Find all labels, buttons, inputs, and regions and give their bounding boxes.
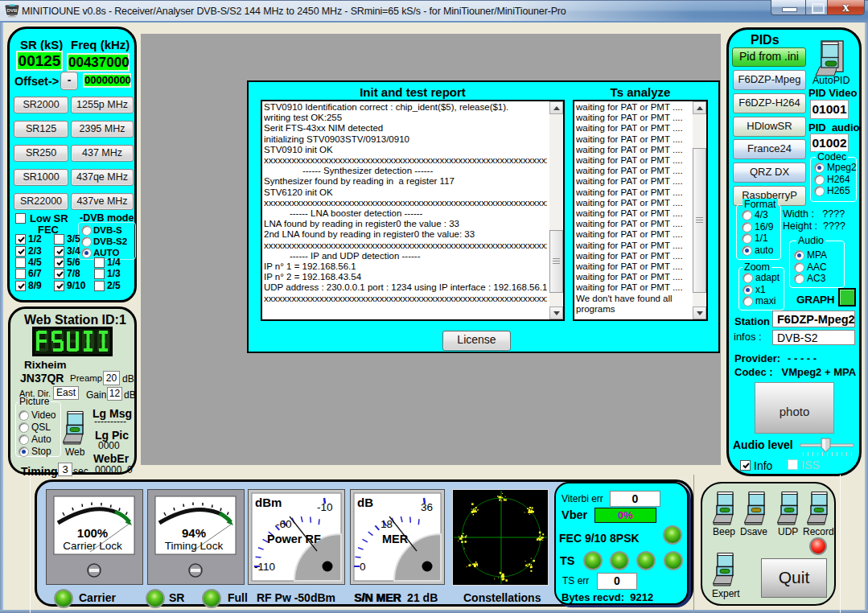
svg-text:36: 36: [421, 501, 433, 513]
svg-text:-10: -10: [317, 501, 333, 513]
svg-text:-60: -60: [276, 518, 292, 530]
svg-text:MER: MER: [382, 533, 409, 545]
svg-text:dBm: dBm: [255, 496, 282, 509]
svg-text:Carrier Lock: Carrier Lock: [63, 540, 122, 552]
svg-text:Timing Lock: Timing Lock: [165, 540, 224, 552]
svg-text:94%: 94%: [182, 526, 206, 540]
svg-text:18: 18: [381, 518, 393, 530]
svg-text:100%: 100%: [77, 526, 108, 540]
svg-text:dB: dB: [357, 496, 373, 509]
svg-text:DVB: DVB: [7, 8, 18, 13]
svg-text:0: 0: [360, 561, 366, 573]
svg-text:-110: -110: [254, 561, 275, 573]
svg-text:Power RF: Power RF: [267, 533, 321, 545]
